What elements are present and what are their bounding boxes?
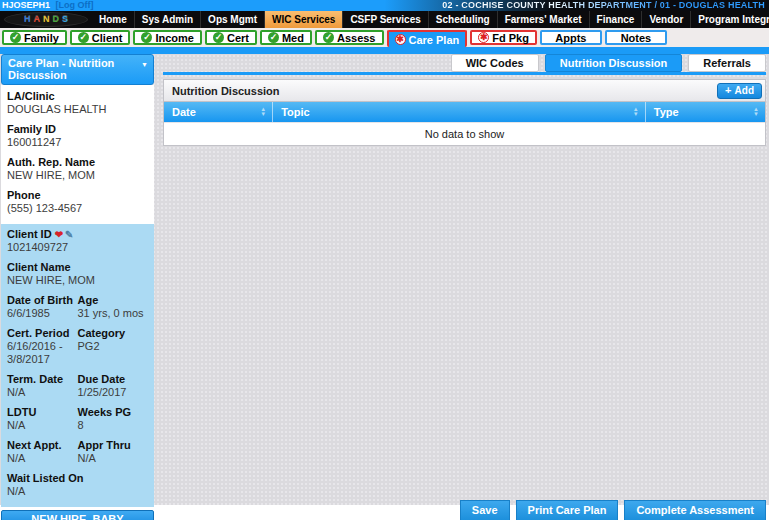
field-row-next-appt-appr: Next Appt. N/A Appr Thru N/A bbox=[7, 439, 148, 465]
field-date-of-birth: Date of Birth 6/6/1985 bbox=[7, 294, 78, 320]
field-label: Family ID bbox=[7, 123, 148, 136]
menu-item-home[interactable]: Home bbox=[92, 11, 135, 28]
field-wait-listed-on: Wait Listed On N/A bbox=[7, 472, 148, 498]
field-value: 1/25/2017 bbox=[78, 386, 147, 399]
field-appr-thru: Appr Thru N/A bbox=[78, 439, 149, 465]
field-label: Wait Listed On bbox=[7, 472, 148, 485]
client-tab-row: ✓ Family ✓ Client ✓ Income ✓ Cert ✓ Med … bbox=[0, 28, 769, 47]
field-value: DOUGLAS HEALTH bbox=[7, 103, 148, 116]
care-plan-subtabs: WIC Codes Nutrition Discussion Referrals bbox=[451, 54, 766, 72]
tab-appts[interactable]: Appts bbox=[540, 30, 602, 45]
tab-med[interactable]: ✓ Med bbox=[260, 30, 312, 45]
field-label: LDTU bbox=[7, 406, 76, 419]
save-button[interactable]: Save bbox=[460, 500, 510, 520]
tab-label: Care Plan bbox=[409, 34, 460, 46]
required-asterisk-icon: ✱ bbox=[395, 34, 406, 45]
field-client-id: Client ID❤✎ 1021409727 bbox=[7, 228, 148, 254]
field-label: Next Appt. bbox=[7, 439, 76, 452]
main-content: WIC Codes Nutrition Discussion Referrals… bbox=[163, 54, 766, 520]
check-icon: ✓ bbox=[268, 32, 279, 43]
field-row-cert-category: Cert. Period 6/16/2016 - 3/8/2017 Catego… bbox=[7, 327, 148, 366]
username: HJOSEPH1 bbox=[0, 0, 50, 10]
logo-letter: S bbox=[62, 13, 68, 26]
tab-label: Appts bbox=[555, 32, 586, 44]
field-term-date: Term. Date N/A bbox=[7, 373, 78, 399]
print-care-plan-button[interactable]: Print Care Plan bbox=[516, 500, 619, 520]
tab-label: Assess bbox=[337, 32, 376, 44]
field-value: 160011247 bbox=[7, 136, 148, 149]
menu-item-scheduling[interactable]: Scheduling bbox=[429, 11, 498, 28]
field-label: Phone bbox=[7, 189, 148, 202]
field-value: N/A bbox=[7, 386, 76, 399]
menu-item-sys-admin[interactable]: Sys Admin bbox=[135, 11, 201, 28]
column-label: Type bbox=[654, 106, 679, 118]
tab-row-accent-strip bbox=[0, 47, 769, 54]
table-header-row: Date ▲▼ Topic ▲▼ Type ▲▼ bbox=[164, 102, 765, 122]
field-value: PG2 bbox=[78, 340, 147, 353]
menu-item-csfp-services[interactable]: CSFP Services bbox=[343, 11, 428, 28]
field-age: Age 31 yrs, 0 mos bbox=[78, 294, 149, 320]
panel-title: Nutrition Discussion bbox=[172, 85, 280, 97]
menu-item-ops-mgmt[interactable]: Ops Mgmt bbox=[201, 11, 265, 28]
app-window: HJOSEPH1 [Log Off] 02 - COCHISE COUNTY H… bbox=[0, 0, 769, 520]
tab-care-plan[interactable]: ✱ Care Plan bbox=[387, 30, 468, 47]
field-label: Date of Birth bbox=[7, 294, 76, 307]
sidebar-screen-label: Care Plan - Nutrition Discussion bbox=[8, 57, 114, 81]
menu-item-vendor[interactable]: Vendor bbox=[642, 11, 691, 28]
log-off-link[interactable]: [Log Off] bbox=[56, 0, 94, 10]
menu-item-wic-services[interactable]: WIC Services bbox=[265, 11, 343, 28]
logo-letter: A bbox=[33, 13, 40, 26]
family-member-button-baby[interactable]: NEW HIRE, BABY bbox=[1, 510, 154, 520]
add-button[interactable]: + Add bbox=[717, 83, 762, 99]
menu-bar: H A N D S Home Sys Admin Ops Mgmt WIC Se… bbox=[0, 11, 769, 28]
field-label: Category bbox=[78, 327, 147, 340]
menu-item-farmers-market[interactable]: Farmers' Market bbox=[498, 11, 590, 28]
subtab-referrals[interactable]: Referrals bbox=[688, 54, 766, 72]
tab-fd-pkg[interactable]: ✱ Fd Pkg bbox=[470, 30, 537, 45]
column-label: Date bbox=[172, 106, 196, 118]
field-due-date: Due Date 1/25/2017 bbox=[78, 373, 149, 399]
subtab-wic-codes[interactable]: WIC Codes bbox=[451, 54, 539, 72]
hands-logo: H A N D S bbox=[0, 11, 92, 28]
tab-notes[interactable]: Notes bbox=[605, 30, 667, 45]
tab-assess[interactable]: ✓ Assess bbox=[315, 30, 384, 45]
sort-icon[interactable]: ▲▼ bbox=[633, 107, 639, 117]
check-icon: ✓ bbox=[10, 32, 21, 43]
table-empty-message: No data to show bbox=[164, 122, 765, 145]
field-family-id: Family ID 160011247 bbox=[7, 123, 148, 149]
field-label: Term. Date bbox=[7, 373, 76, 386]
field-value: 8 bbox=[78, 419, 147, 432]
column-header-date[interactable]: Date ▲▼ bbox=[164, 102, 272, 122]
field-client-name: Client Name NEW HIRE, MOM bbox=[7, 261, 148, 287]
field-label: Auth. Rep. Name bbox=[7, 156, 148, 169]
footer-button-bar: Save Print Care Plan Complete Assessment bbox=[460, 500, 766, 520]
sort-icon[interactable]: ▲▼ bbox=[753, 107, 759, 117]
field-label: Weeks PG bbox=[78, 406, 147, 419]
column-header-type[interactable]: Type ▲▼ bbox=[645, 102, 765, 122]
subtab-nutrition-discussion[interactable]: Nutrition Discussion bbox=[545, 54, 683, 72]
edit-pencil-icon[interactable]: ✎ bbox=[65, 229, 73, 240]
column-header-topic[interactable]: Topic ▲▼ bbox=[272, 102, 645, 122]
complete-assessment-button[interactable]: Complete Assessment bbox=[624, 500, 766, 520]
menu-item-finance[interactable]: Finance bbox=[590, 11, 643, 28]
check-icon: ✓ bbox=[78, 32, 89, 43]
field-value: 6/16/2016 - 3/8/2017 bbox=[7, 340, 76, 366]
field-auth-rep-name: Auth. Rep. Name NEW HIRE, MOM bbox=[7, 156, 148, 182]
tab-income[interactable]: ✓ Income bbox=[133, 30, 202, 45]
field-la-clinic: LA/Clinic DOUGLAS HEALTH bbox=[7, 90, 148, 116]
sidebar-screen-selector[interactable]: Care Plan - Nutrition Discussion ▼ bbox=[1, 54, 154, 85]
sort-icon[interactable]: ▲▼ bbox=[260, 107, 266, 117]
field-label: Due Date bbox=[78, 373, 147, 386]
field-category: Category PG2 bbox=[78, 327, 149, 366]
tab-cert[interactable]: ✓ Cert bbox=[205, 30, 257, 45]
chevron-down-icon: ▼ bbox=[141, 59, 148, 71]
field-label-text: Client ID bbox=[7, 228, 52, 240]
tab-client[interactable]: ✓ Client bbox=[70, 30, 131, 45]
client-info-section: Client ID❤✎ 1021409727 Client Name NEW H… bbox=[1, 224, 154, 507]
field-value: NEW HIRE, MOM bbox=[7, 169, 148, 182]
check-icon: ✓ bbox=[141, 32, 152, 43]
menu-item-program-integrity[interactable]: Program Integrity bbox=[691, 11, 769, 28]
field-value: N/A bbox=[7, 452, 76, 465]
client-sidebar: Care Plan - Nutrition Discussion ▼ LA/Cl… bbox=[1, 54, 154, 520]
tab-family[interactable]: ✓ Family bbox=[2, 30, 67, 45]
